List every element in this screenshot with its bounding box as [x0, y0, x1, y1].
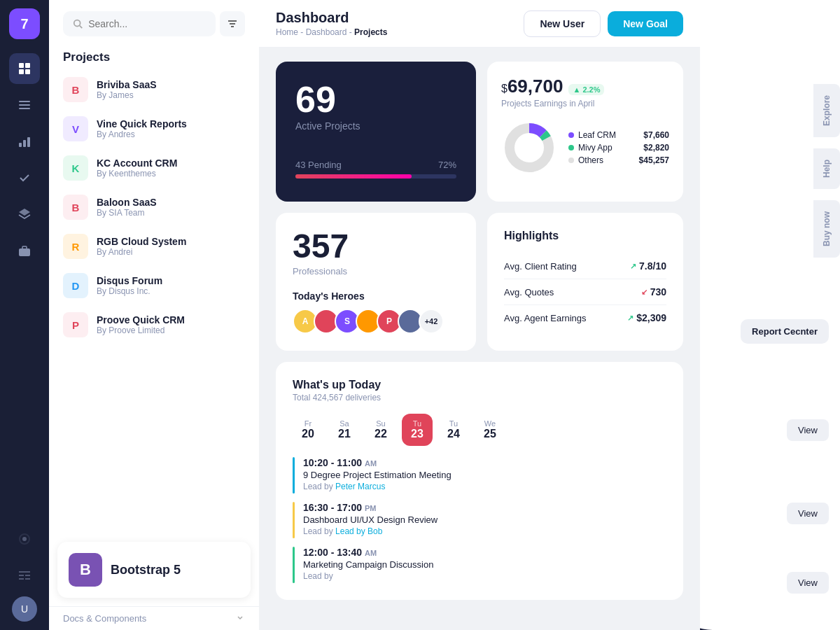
- calendar-day[interactable]: Fr20: [293, 414, 323, 446]
- project-item[interactable]: D Disqus Forum By Disqus Inc.: [49, 266, 259, 305]
- legend-dot: [568, 132, 574, 138]
- highlights-title: Highlights: [504, 230, 666, 242]
- report-center-button[interactable]: Report Cecnter: [741, 319, 829, 344]
- event-details: 12:00 - 13:40 AM Marketing Campaign Disc…: [303, 547, 433, 581]
- new-goal-button[interactable]: New Goal: [608, 11, 683, 36]
- svg-rect-9: [27, 137, 30, 147]
- cal-day-name: We: [484, 419, 496, 428]
- project-info: KC Account CRM By Keenthemes: [97, 158, 177, 178]
- legend-value: $2,820: [643, 143, 669, 153]
- project-name: Briviba SaaS: [97, 79, 157, 90]
- legend-item: Leaf CRM$7,660: [568, 130, 669, 140]
- active-projects-count: 69: [295, 81, 456, 118]
- event-item: 16:30 - 17:00 PM Dashboard UI/UX Design …: [293, 502, 666, 538]
- search-box[interactable]: [63, 11, 216, 36]
- view-button-2[interactable]: View: [787, 503, 829, 524]
- cal-day-name: Su: [376, 419, 385, 428]
- card-active-projects: 69 Active Projects 43 Pending 72%: [276, 62, 476, 202]
- new-user-button[interactable]: New User: [524, 10, 601, 37]
- breadcrumb-home[interactable]: Home: [276, 27, 298, 37]
- legend-items: Leaf CRM$7,660Mivy App$2,820Others$45,25…: [568, 130, 669, 165]
- cal-day-num: 24: [447, 428, 460, 440]
- event-name: Dashboard UI/UX Design Review: [303, 514, 438, 525]
- event-lead-link[interactable]: Lead by Bob: [335, 526, 382, 536]
- calendar-day[interactable]: Su22: [365, 414, 396, 446]
- highlight-row: Avg. Quotes ↙ 730: [504, 279, 666, 305]
- calendar-day-today[interactable]: Tu23: [402, 414, 433, 446]
- pending-label: 43 Pending: [295, 160, 342, 170]
- buy-tab[interactable]: Buy now: [813, 200, 840, 258]
- view-button-3[interactable]: View: [787, 572, 829, 594]
- project-by: By Keenthemes: [97, 169, 177, 178]
- project-info: Disqus Forum By Disqus Inc.: [97, 275, 162, 296]
- svg-rect-10: [19, 248, 30, 256]
- highlight-row: Avg. Client Rating ↗ 7.8/10: [504, 253, 666, 279]
- nav-icon-settings[interactable]: [9, 524, 40, 554]
- project-item[interactable]: B Baloon SaaS By SIA Team: [49, 188, 259, 227]
- project-item[interactable]: V Vine Quick Reports By Andres: [49, 109, 259, 148]
- project-name: Vine Quick Reports: [97, 118, 187, 130]
- cal-day-name: Fr: [304, 419, 312, 428]
- legend-dot: [568, 145, 574, 150]
- event-item: 10:20 - 11:00 AM 9 Degree Project Estima…: [293, 457, 666, 493]
- event-name: 9 Degree Project Estimation Meeting: [303, 470, 451, 480]
- calendar-day[interactable]: Sa21: [329, 414, 360, 446]
- topbar-right: New User New Goal: [524, 10, 683, 37]
- nav-icon-grid[interactable]: [9, 53, 40, 84]
- event-bar: [293, 547, 295, 583]
- nav-icon-table[interactable]: [9, 560, 40, 591]
- event-item: 12:00 - 13:40 AM Marketing Campaign Disc…: [293, 547, 666, 583]
- event-bar: [293, 502, 295, 538]
- nav-icon-briefcase[interactable]: [9, 235, 40, 266]
- docs-row: Docs & Components: [49, 606, 259, 630]
- calendar-day[interactable]: We25: [475, 414, 505, 446]
- search-input[interactable]: [88, 18, 206, 29]
- highlight-row: Avg. Agent Earnings ↗ $2,309: [504, 305, 666, 330]
- project-item[interactable]: R RGB Cloud System By Andrei: [49, 227, 259, 266]
- avatars-row: ASP+42: [293, 309, 459, 334]
- nav-rail: 7 U: [0, 0, 49, 630]
- project-info: RGB Cloud System By Andrei: [97, 236, 186, 257]
- heroes-label: Today's Heroes: [293, 290, 459, 302]
- project-item[interactable]: B Briviba SaaS By James: [49, 70, 259, 109]
- topbar: Dashboard Home - Dashboard - Projects Ne…: [259, 0, 700, 48]
- project-by: By James: [97, 90, 157, 100]
- search-icon: [73, 18, 83, 29]
- schedule-title: What's up Today: [293, 379, 381, 391]
- event-name: Marketing Campaign Discussion: [303, 559, 433, 570]
- nav-icon-check[interactable]: [9, 162, 40, 193]
- event-lead-link[interactable]: Peter Marcus: [335, 482, 385, 491]
- svg-rect-5: [19, 104, 30, 106]
- card-schedule: What's up Today Total 424,567 deliveries…: [276, 362, 683, 600]
- nav-icon-apps[interactable]: [9, 90, 40, 120]
- project-name: RGB Cloud System: [97, 236, 186, 247]
- project-by: By Andres: [97, 130, 187, 139]
- project-item[interactable]: P Proove Quick CRM By Proove Limited: [49, 305, 259, 344]
- project-list: B Briviba SaaS By James V Vine Quick Rep…: [49, 70, 259, 533]
- card-highlights: Highlights Avg. Client Rating ↗ 7.8/10 A…: [487, 213, 683, 351]
- filter-button[interactable]: [220, 11, 245, 36]
- help-tab[interactable]: Help: [813, 148, 840, 189]
- svg-rect-13: [25, 575, 30, 576]
- nav-icon-layers[interactable]: [9, 199, 40, 230]
- schedule-header: What's up Today Total 424,567 deliveries: [293, 379, 666, 402]
- user-avatar[interactable]: U: [12, 596, 37, 622]
- project-icon: P: [63, 312, 88, 337]
- highlight-value: ↗ 7.8/10: [630, 260, 666, 272]
- bootstrap-card: B Bootstrap 5: [57, 542, 251, 598]
- nav-avatar[interactable]: 7: [9, 8, 40, 39]
- earnings-badge: ▲ 2.2%: [568, 84, 604, 95]
- calendar-day[interactable]: Tu24: [438, 414, 469, 446]
- highlight-metric: Avg. Agent Earnings: [504, 313, 587, 323]
- bootstrap-icon: B: [69, 553, 102, 587]
- cal-day-num: 21: [338, 428, 351, 440]
- view-button-1[interactable]: View: [787, 419, 829, 441]
- project-item[interactable]: K KC Account CRM By Keenthemes: [49, 148, 259, 188]
- explore-tab[interactable]: Explore: [813, 84, 840, 137]
- donut-chart: [501, 120, 557, 176]
- breadcrumb-dashboard[interactable]: Dashboard: [306, 27, 347, 37]
- cal-day-num: 20: [302, 428, 314, 440]
- legend-item: Others$45,257: [568, 155, 669, 165]
- trend-up-icon: ↗: [627, 314, 634, 323]
- nav-icon-bars[interactable]: [9, 126, 40, 157]
